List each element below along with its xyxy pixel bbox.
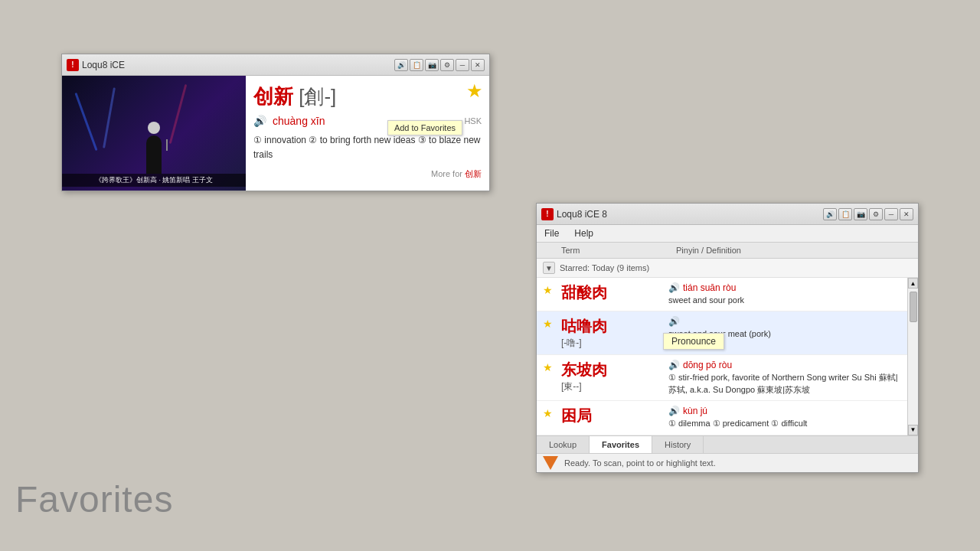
left-titlebar: ! Loqu8 iCE 🔊 📋 📷 ⚙ ─ ✕ xyxy=(62,54,489,76)
desktop: Favorites ! Loqu8 iCE 🔊 📋 📷 ⚙ ─ ✕ xyxy=(0,0,980,551)
header-term: Term xyxy=(561,246,676,255)
menu-help[interactable]: Help xyxy=(571,227,596,240)
snapshot-btn-left[interactable]: 📋 xyxy=(410,59,423,71)
camera-btn-right[interactable]: 📷 xyxy=(854,208,867,220)
chinese-3: 东坡肉 xyxy=(561,360,668,380)
chinese-4: 困局 xyxy=(561,406,668,426)
trad-2: [-噜-] xyxy=(561,337,668,350)
menubar: File Help xyxy=(537,225,918,243)
status-arrow-icon xyxy=(543,456,558,470)
sound-btn-right[interactable]: 🔊 xyxy=(823,208,837,220)
scroll-up-btn[interactable]: ▲ xyxy=(908,278,918,289)
dict-definitions: ① innovation ② to bring forth new ideas … xyxy=(253,133,482,162)
more-link[interactable]: More for 创新 xyxy=(253,168,482,180)
pinyin-2: 🔊 xyxy=(668,316,901,327)
light-beam-1 xyxy=(74,93,97,151)
starred-today-row: ▼ Starred: Today (9 items) xyxy=(537,259,918,278)
left-content: 《跨界歌王》创新高 · 姚笛新唱 王子文 创新 [創-] 🔊 chuàng xī… xyxy=(62,76,489,191)
sound-icon-2[interactable]: 🔊 xyxy=(668,316,680,327)
statusbar: Ready. To scan, point to or highlight te… xyxy=(537,453,918,472)
tab-lookup[interactable]: Lookup xyxy=(537,436,590,453)
add-to-favorites-tooltip: Add to Favorites xyxy=(387,120,462,135)
pronounce-tooltip[interactable]: Pronounce xyxy=(663,333,724,350)
star-4: ★ xyxy=(543,406,561,419)
right-window: ! Loqu8 iCE 8 🔊 📋 📷 ⚙ ─ ✕ File Help Term… xyxy=(536,203,919,473)
term-2: 咕噜肉 [-噜-] xyxy=(561,316,668,350)
camera-btn-left[interactable]: 📷 xyxy=(425,59,439,71)
settings-btn-right[interactable]: ⚙ xyxy=(869,208,883,220)
chinese-1: 甜酸肉 xyxy=(561,282,668,303)
right-window-title: Loqu8 iCE 8 xyxy=(557,209,820,220)
dict-panel: 创新 [創-] 🔊 chuàng xīn HSK ① innovation ② … xyxy=(246,76,489,191)
left-window-title: Loqu8 iCE xyxy=(82,60,391,70)
table-header: Term Pinyin / Definition xyxy=(537,243,918,259)
tab-bar: Lookup Favorites History xyxy=(537,435,918,453)
header-star xyxy=(543,246,561,255)
vocab-list: ★ 甜酸肉 🔊 tián suān ròu sweet and sour por… xyxy=(537,278,907,435)
pinyin-1: 🔊 tián suān ròu xyxy=(668,282,901,293)
menu-file[interactable]: File xyxy=(541,227,562,240)
vocab-row-4[interactable]: ★ 困局 🔊 kùn jú ① dilemma ① predicament ① … xyxy=(537,401,907,435)
def-row-4: 🔊 kùn jú ① dilemma ① predicament ① diffi… xyxy=(668,406,901,429)
pinyin-4: 🔊 kùn jú xyxy=(668,406,901,416)
scroll-thumb[interactable] xyxy=(910,292,917,322)
pinyin-3: 🔊 dōng pō ròu xyxy=(668,360,901,370)
star-2: ★ xyxy=(543,316,561,330)
close-btn-left[interactable]: ✕ xyxy=(471,59,485,71)
close-btn-right[interactable]: ✕ xyxy=(900,208,913,220)
vocab-row-1[interactable]: ★ 甜酸肉 🔊 tián suān ròu sweet and sour por… xyxy=(537,278,907,311)
deftext-1: sweet and sour pork xyxy=(668,295,901,306)
app-icon-left: ! xyxy=(67,59,79,71)
more-word: 创新 xyxy=(465,169,482,178)
deftext-3: ① stir-fried pork, favorite of Northern … xyxy=(668,372,901,396)
page-title: Favorites xyxy=(15,478,173,520)
minimize-btn-left[interactable]: ─ xyxy=(456,59,469,71)
sound-btn-left[interactable]: 🔊 xyxy=(394,59,408,71)
main-area: ★ 甜酸肉 🔊 tián suān ròu sweet and sour por… xyxy=(537,278,918,435)
left-window: ! Loqu8 iCE 🔊 📋 📷 ⚙ ─ ✕ xyxy=(61,54,490,191)
def-1: ① innovation ② to bring forth new ideas … xyxy=(253,133,482,162)
term-4: 困局 xyxy=(561,406,668,426)
star-1: ★ xyxy=(543,282,561,296)
header-def: Pinyin / Definition xyxy=(676,246,912,255)
sound-icon-3[interactable]: 🔊 xyxy=(668,360,680,370)
titlebar-buttons-left: 🔊 📋 📷 ⚙ ─ ✕ xyxy=(394,59,485,71)
scroll-down-btn[interactable]: ▼ xyxy=(908,425,918,435)
right-titlebar: ! Loqu8 iCE 8 🔊 📋 📷 ⚙ ─ ✕ xyxy=(537,204,918,225)
def-row-1: 🔊 tián suān ròu sweet and sour pork xyxy=(668,282,901,306)
term-3: 东坡肉 [東--] xyxy=(561,360,668,393)
deftext-4: ① dilemma ① predicament ① difficult xyxy=(668,418,901,429)
app-icon-right: ! xyxy=(541,208,554,220)
sound-icon-left[interactable]: 🔊 xyxy=(253,115,266,127)
term-1: 甜酸肉 xyxy=(561,282,668,303)
light-beam-2 xyxy=(103,87,116,148)
vocab-row-3[interactable]: ★ 东坡肉 [東--] 🔊 dōng pō ròu ① stir-fried p… xyxy=(537,355,907,401)
scrollbar[interactable]: ▲ ▼ xyxy=(907,278,918,435)
chinese-2: 咕噜肉 xyxy=(561,316,668,337)
fav-star-button[interactable]: ★ xyxy=(466,80,483,102)
tab-favorites[interactable]: Favorites xyxy=(590,436,652,453)
starred-today-label: Starred: Today (9 items) xyxy=(560,263,649,272)
sound-icon-1[interactable]: 🔊 xyxy=(668,282,680,293)
singer-head xyxy=(148,122,160,134)
minimize-btn-right[interactable]: ─ xyxy=(884,208,898,220)
dict-word: 创新 [創-] xyxy=(253,83,482,110)
status-text: Ready. To scan, point to or highlight te… xyxy=(564,458,716,468)
titlebar-buttons-right: 🔊 📋 📷 ⚙ ─ ✕ xyxy=(823,208,913,220)
video-caption: 《跨界歌王》创新高 · 姚笛新唱 王子文 xyxy=(62,174,246,187)
sound-icon-4[interactable]: 🔊 xyxy=(668,406,680,416)
star-3: ★ xyxy=(543,360,561,373)
settings-btn-left[interactable]: ⚙ xyxy=(440,59,454,71)
vocab-row-2[interactable]: ★ 咕噜肉 [-噜-] 🔊 sweet and sour meat (pork)… xyxy=(537,311,907,355)
expand-button[interactable]: ▼ xyxy=(543,262,555,274)
dict-word-traditional: [創-] xyxy=(299,85,336,108)
snapshot-btn-right[interactable]: 📋 xyxy=(838,208,852,220)
star-icon: ★ xyxy=(466,80,483,101)
trad-3: [東--] xyxy=(561,380,668,393)
def-row-3: 🔊 dōng pō ròu ① stir-fried pork, favorit… xyxy=(668,360,901,396)
dict-pinyin: chuàng xīn xyxy=(273,115,325,127)
dict-word-simplified: 创新 xyxy=(253,85,293,108)
singer-body xyxy=(146,135,162,174)
singer-mic xyxy=(166,139,168,151)
tab-history[interactable]: History xyxy=(652,436,704,453)
